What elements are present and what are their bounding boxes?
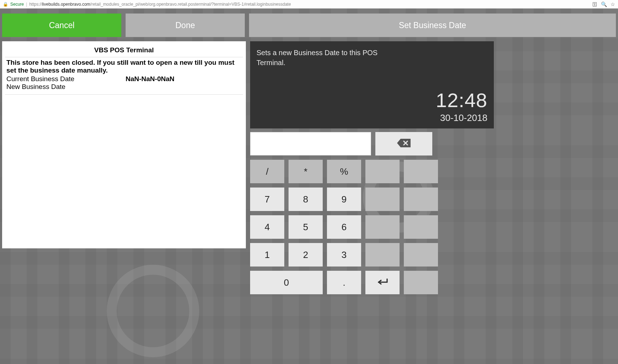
keypad-key-7[interactable]: 7 [250, 188, 284, 211]
keypad-blank [404, 188, 438, 211]
keypad-blank [404, 215, 438, 239]
separator: | [26, 2, 27, 7]
zoom-icon[interactable]: 🔍 [601, 1, 607, 7]
keypad-blank [365, 215, 400, 239]
keypad-key-8[interactable]: 8 [289, 188, 323, 211]
keypad-blank [404, 243, 438, 267]
secure-label: Secure [10, 2, 24, 7]
keypad-key-1[interactable]: 1 [250, 243, 284, 267]
keypad-enter-button[interactable] [365, 271, 400, 294]
date-display: 30-10-2018 [436, 112, 487, 123]
keypad-blank [365, 160, 400, 183]
closed-message: This store has been closed. If you still… [5, 58, 243, 75]
browser-address-bar: 🔒 Secure | https://livebuilds.openbravo.… [0, 0, 618, 9]
backspace-button[interactable] [375, 132, 432, 155]
background-circle [107, 265, 199, 357]
url-proto: https:// [29, 2, 42, 7]
keypad-key-/[interactable]: / [250, 160, 284, 183]
keypad-key-%[interactable]: % [327, 160, 361, 183]
keypad-key-dot[interactable]: . [327, 271, 361, 294]
keypad-blank [404, 271, 438, 294]
keypad-key-4[interactable]: 4 [250, 215, 284, 239]
keypad-blank [365, 188, 400, 211]
url-host: livebuilds.openbravo.com [42, 2, 90, 7]
keypad-key-0[interactable]: 0 [250, 271, 323, 294]
key-icon[interactable]: ⚿ [592, 1, 597, 7]
lock-icon: 🔒 [3, 2, 8, 7]
keypad-blank [365, 243, 400, 267]
keypad-key-*[interactable]: * [289, 160, 323, 183]
star-icon[interactable]: ☆ [611, 1, 615, 7]
keypad-key-9[interactable]: 9 [327, 188, 361, 211]
info-panel: VBS POS Terminal This store has been clo… [2, 41, 246, 248]
keypad-key-5[interactable]: 5 [289, 215, 323, 239]
top-button-row: Cancel Done Set Business Date [2, 14, 616, 37]
terminal-title: VBS POS Terminal [5, 44, 243, 56]
current-business-date-value: NaN-NaN-0NaN [126, 75, 174, 83]
cancel-button[interactable]: Cancel [2, 14, 121, 37]
new-business-date-label: New Business Date [6, 83, 126, 91]
url[interactable]: https://livebuilds.openbravo.com/retail_… [29, 2, 291, 7]
keypad: /*%7894561230. [250, 132, 432, 294]
keypad-key-2[interactable]: 2 [289, 243, 323, 267]
url-path: /retail_modules_oracle_pi/web/org.openbr… [90, 2, 291, 7]
current-business-date-label: Current Business Date [6, 75, 126, 83]
clock: 12:48 30-10-2018 [436, 89, 487, 123]
right-header-panel: Sets a new Business Date to this POS Ter… [250, 41, 494, 128]
keypad-key-6[interactable]: 6 [327, 215, 361, 239]
time-display: 12:48 [436, 89, 487, 112]
enter-icon [376, 277, 389, 288]
set-business-date-button[interactable]: Set Business Date [249, 14, 616, 37]
keypad-key-3[interactable]: 3 [327, 243, 361, 267]
keypad-display[interactable] [250, 132, 371, 155]
backspace-icon [396, 138, 411, 149]
keypad-blank [404, 160, 438, 183]
done-button[interactable]: Done [126, 14, 245, 37]
panel-description: Sets a new Business Date to this POS Ter… [257, 48, 406, 68]
